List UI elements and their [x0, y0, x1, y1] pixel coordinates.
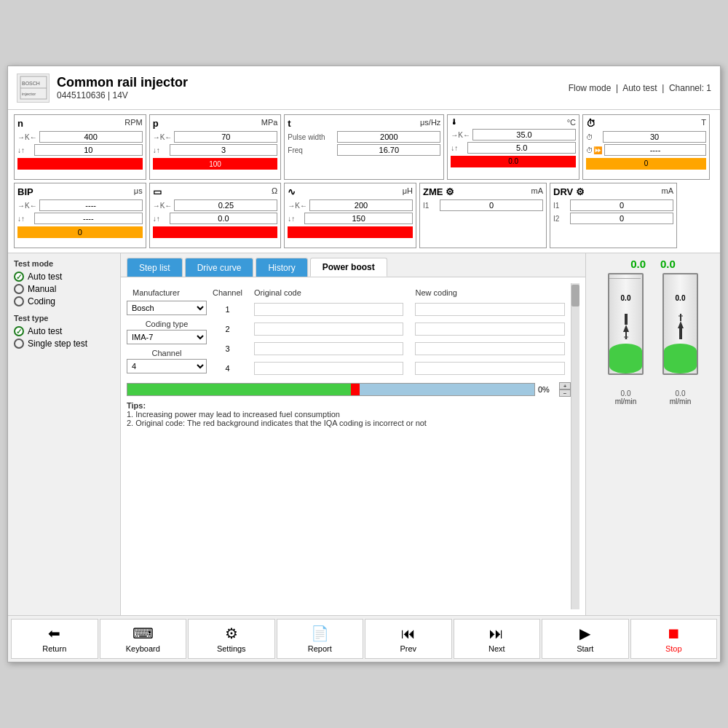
metric-drv: DRV ⚙ mA I1 I2: [550, 183, 677, 248]
header: BOSCH injector Common rail injector 0445…: [8, 66, 720, 110]
manual-radio[interactable]: Manual: [14, 284, 114, 294]
new-code-3-input[interactable]: [415, 342, 565, 355]
auto-test-check-icon: [14, 272, 24, 282]
coding-radio[interactable]: Coding: [14, 296, 114, 306]
metrics-section: n RPM →K← ↓↑ p MPa: [8, 110, 720, 253]
inductance-val1-input[interactable]: [309, 199, 413, 211]
svg-marker-11: [678, 321, 684, 328]
manufacturer-select[interactable]: Bosch: [127, 301, 207, 315]
start-button[interactable]: ▶ Start: [542, 619, 629, 659]
cyl-right-liquid: [664, 344, 697, 373]
coding-table: Manufacturer Channel Original code New c…: [127, 286, 571, 378]
single-step-radio[interactable]: Single step test: [14, 339, 114, 349]
progress-red-marker: [351, 384, 360, 395]
tab-step-list[interactable]: Step list: [127, 258, 183, 277]
main-panel: Step list Drive curve History Power boos…: [121, 253, 585, 615]
cylinder-group: 0.0: [602, 273, 704, 405]
settings-button[interactable]: ⚙ Settings: [188, 619, 275, 659]
zme-i1-input[interactable]: [440, 199, 543, 211]
test-mode-title: Test mode: [14, 259, 114, 268]
progress-green-fill: [127, 384, 351, 395]
channel-1-cell: 1: [207, 299, 248, 319]
bip-val1-input[interactable]: [39, 199, 143, 211]
auto-test-radio[interactable]: Auto test: [14, 272, 114, 282]
metrics-grid-2: BIP μs →K← ↓↑ 0 ▭ Ω: [14, 183, 714, 248]
auto-test-header-label: Auto test: [622, 83, 657, 93]
coding-type-label: Coding type: [127, 320, 207, 328]
resistance-val2-input[interactable]: [170, 213, 278, 224]
report-button[interactable]: 📄 Report: [277, 619, 364, 659]
channel-select[interactable]: 4 1 2 3: [127, 359, 207, 373]
metric-t-title: t μs/Hz: [288, 118, 440, 129]
metric-t: t μs/Hz Pulse width Freq: [284, 114, 444, 180]
metric-timer: ⏱ T ⏱ ⏱⏩ 0: [582, 114, 710, 180]
next-label: Next: [488, 644, 505, 653]
temp-val2-input[interactable]: [467, 142, 576, 154]
cyl-left-top-val: 0.0: [630, 258, 646, 270]
new-code-2-input[interactable]: [415, 323, 565, 336]
new-code-4-input[interactable]: [415, 362, 565, 375]
p-val2-input[interactable]: [170, 144, 278, 156]
progress-increment-btn[interactable]: +: [559, 382, 571, 389]
keyboard-button[interactable]: ⌨ Keyboard: [100, 619, 187, 659]
temp-bar: 0.0: [451, 156, 576, 167]
progress-controls: + −: [559, 382, 571, 397]
tab-history[interactable]: History: [256, 258, 307, 277]
coding-type-select[interactable]: IMA-7: [127, 330, 207, 344]
timer-bar: 0: [586, 158, 706, 170]
right-panel: 0.0 0.0: [585, 253, 720, 615]
test-type-auto-radio[interactable]: Auto test: [14, 326, 114, 336]
inductance-val2-input[interactable]: [304, 213, 413, 224]
app-logo: BOSCH injector: [17, 74, 50, 103]
tab-drive-curve[interactable]: Drive curve: [185, 258, 254, 277]
channel-label: Channel: 1: [669, 83, 711, 93]
orig-code-3-input[interactable]: [254, 342, 404, 355]
tab-power-boost[interactable]: Power boost: [310, 258, 387, 277]
timer-val1-input[interactable]: [603, 131, 706, 143]
cylinder-left: 0.0: [602, 273, 649, 405]
prev-button[interactable]: ⏮ Prev: [365, 619, 452, 659]
progress-percentage: 0%: [538, 385, 556, 394]
metric-temp-title: 🌡 °C: [451, 118, 576, 127]
return-icon: ⬅: [48, 625, 60, 642]
stop-icon: ⏹: [666, 625, 681, 642]
new-code-1-input[interactable]: [415, 303, 565, 316]
cyl-right-unit: ml/min: [670, 397, 691, 405]
drv-i1-input[interactable]: [570, 199, 673, 211]
single-step-circle-icon: [14, 339, 24, 349]
n-val2-input[interactable]: [34, 144, 143, 156]
col-new-coding: New coding: [409, 286, 571, 299]
cyl-right-top-val: 0.0: [660, 258, 676, 270]
drv-i2-input[interactable]: [570, 213, 673, 224]
flow-mode-label: Flow mode: [569, 83, 612, 93]
scroll-thumb[interactable]: [571, 285, 579, 306]
channel-form-label: Channel: [127, 349, 207, 357]
svg-rect-12: [679, 328, 682, 339]
temp-val1-input[interactable]: [472, 129, 576, 141]
return-button[interactable]: ⬅ Return: [11, 619, 98, 659]
keyboard-label: Keyboard: [126, 644, 160, 653]
resistance-val1-input[interactable]: [174, 199, 277, 211]
timer-val2-input[interactable]: [604, 144, 706, 156]
stop-button[interactable]: ⏹ Stop: [630, 619, 718, 659]
start-icon: ▶: [579, 625, 590, 642]
settings-icon: ⚙: [225, 625, 238, 642]
tips-title: Tips:: [127, 401, 571, 410]
metric-zme: ZME ⚙ mA I1: [419, 183, 547, 248]
content-area: Test mode Auto test Manual Coding Test t…: [8, 253, 720, 615]
orig-code-4-input[interactable]: [254, 362, 404, 375]
next-button[interactable]: ⏭ Next: [454, 619, 541, 659]
p-val1-input[interactable]: [174, 131, 277, 143]
tips-section: Tips: 1. Increasing power may lead to in…: [127, 401, 571, 427]
bip-val2-input[interactable]: [34, 213, 143, 224]
progress-decrement-btn[interactable]: −: [559, 389, 571, 397]
next-icon: ⏭: [489, 625, 504, 642]
n-val1-input[interactable]: [39, 131, 143, 143]
single-step-label: Single step test: [28, 339, 87, 349]
freq-input[interactable]: [337, 144, 440, 156]
pulse-width-input[interactable]: [337, 131, 440, 143]
scrollbar[interactable]: [571, 283, 579, 609]
orig-code-1-input[interactable]: [254, 303, 404, 316]
metric-bip: BIP μs →K← ↓↑ 0: [14, 183, 146, 248]
orig-code-2-input[interactable]: [254, 323, 404, 336]
